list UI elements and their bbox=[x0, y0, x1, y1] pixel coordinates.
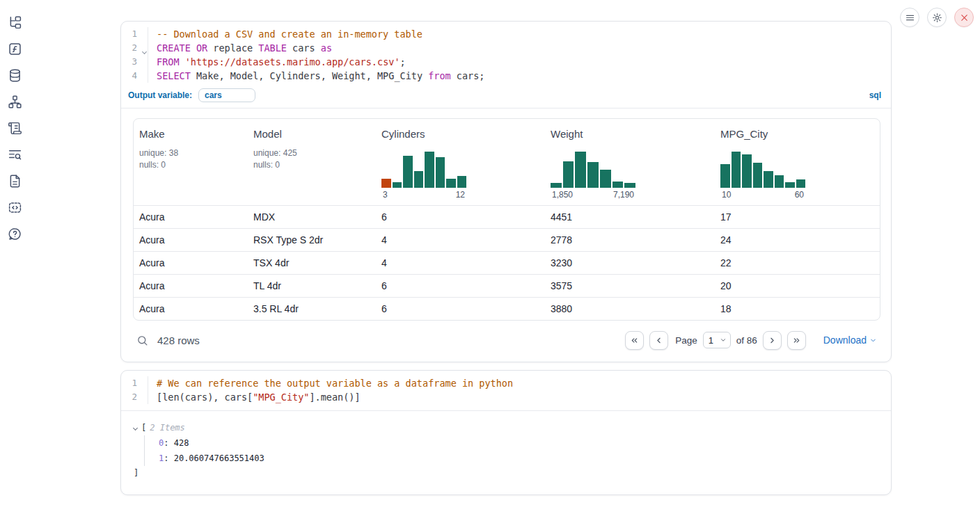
output-variable-input[interactable] bbox=[198, 88, 255, 102]
histogram-bars bbox=[551, 152, 635, 188]
documentation-file-icon[interactable] bbox=[6, 172, 23, 189]
table-cell: 3230 bbox=[545, 251, 715, 274]
first-page-button[interactable] bbox=[625, 331, 644, 350]
code-line[interactable]: 4SELECT Make, Model, Cylinders, Weight, … bbox=[121, 69, 891, 83]
file-explorer-tree-icon[interactable] bbox=[6, 14, 23, 31]
histogram-axis-labels: 312 bbox=[381, 188, 466, 200]
table-cell: 6 bbox=[376, 297, 545, 320]
code-line[interactable]: 3FROM 'https://datasets.marimo.app/cars.… bbox=[121, 55, 891, 69]
collapse-chevron-icon[interactable] bbox=[133, 425, 138, 430]
table-cell: 4451 bbox=[545, 205, 715, 228]
histogram-bar[interactable] bbox=[785, 182, 795, 188]
table-cell: 4 bbox=[376, 251, 545, 274]
previous-page-button[interactable] bbox=[649, 331, 668, 350]
histogram-min-label: 3 bbox=[383, 190, 388, 200]
histogram-bar[interactable] bbox=[403, 156, 413, 187]
output-variable-label: Output variable: bbox=[128, 90, 192, 100]
histogram-bar[interactable] bbox=[775, 175, 784, 187]
histogram-bar[interactable] bbox=[600, 170, 611, 188]
column-header-model[interactable]: Modelunique: 425nulls: 0 bbox=[248, 119, 376, 205]
histogram-bar[interactable] bbox=[436, 157, 445, 188]
column-header-weight[interactable]: Weight1,8507,190 bbox=[545, 119, 715, 205]
table-row[interactable]: AcuraRSX Type S 2dr4277824 bbox=[134, 228, 880, 251]
table-cell: 3.5 RL 4dr bbox=[248, 297, 376, 320]
search-icon[interactable] bbox=[136, 335, 148, 346]
histogram-bar[interactable] bbox=[742, 154, 752, 187]
sql-cell: 1-- Download a CSV and create an in-memo… bbox=[120, 21, 892, 362]
datasources-database-icon[interactable] bbox=[6, 67, 23, 83]
code-text: SELECT Make, Model, Cylinders, Weight, M… bbox=[148, 69, 891, 83]
histogram-bar[interactable] bbox=[587, 162, 599, 188]
line-number: 2 bbox=[121, 390, 148, 404]
column-stats: unique: 38nulls: 0 bbox=[139, 147, 242, 171]
histogram-bar[interactable] bbox=[732, 152, 741, 188]
page-select[interactable]: 1 bbox=[703, 332, 731, 348]
tree-root[interactable]: [ 2 Items bbox=[134, 420, 891, 435]
table-cell: 24 bbox=[715, 228, 880, 251]
language-badge[interactable]: sql bbox=[869, 90, 881, 100]
python-cell: 1# We can reference the output variable … bbox=[120, 370, 892, 495]
table-cell: 6 bbox=[376, 205, 545, 228]
table-cell: Acura bbox=[134, 274, 248, 297]
dependency-graph-icon[interactable] bbox=[6, 93, 23, 110]
table-cell: 18 bbox=[715, 297, 880, 320]
table-row[interactable]: AcuraMDX6445117 bbox=[134, 205, 880, 228]
last-page-button[interactable] bbox=[787, 331, 806, 350]
code-line[interactable]: 2CREATE OR replace TABLE cars as bbox=[121, 41, 891, 55]
column-histogram: 1,8507,190 bbox=[551, 152, 635, 200]
histogram-bar[interactable] bbox=[753, 163, 763, 188]
code-line[interactable]: 2[len(cars), cars["MPG_City"].mean()] bbox=[121, 390, 891, 404]
histogram-bar[interactable] bbox=[624, 183, 635, 188]
code-line[interactable]: 1# We can reference the output variable … bbox=[121, 376, 891, 390]
tree-entry-value: 428 bbox=[174, 438, 189, 448]
histogram-bar[interactable] bbox=[575, 152, 586, 188]
code-text: [len(cars), cars["MPG_City"].mean()] bbox=[148, 390, 891, 404]
output-variable-bar: Output variable: sql bbox=[121, 86, 891, 108]
histogram-bar[interactable] bbox=[393, 182, 402, 188]
variables-function-icon[interactable] bbox=[6, 40, 23, 57]
column-header-mpg_city[interactable]: MPG_City1060 bbox=[715, 119, 880, 205]
table-row[interactable]: AcuraTL 4dr6357520 bbox=[134, 274, 880, 297]
download-button[interactable]: Download bbox=[823, 335, 877, 346]
table-row[interactable]: AcuraTSX 4dr4323022 bbox=[134, 251, 880, 274]
histogram-bar[interactable] bbox=[764, 171, 773, 187]
column-header-cylinders[interactable]: Cylinders312 bbox=[376, 119, 545, 205]
sql-code-editor[interactable]: 1-- Download a CSV and create an in-memo… bbox=[121, 22, 891, 86]
histogram-bar[interactable] bbox=[414, 171, 424, 187]
tree-entry-value: 20.060747663551403 bbox=[174, 453, 264, 463]
logs-search-icon[interactable] bbox=[6, 146, 23, 163]
histogram-bar[interactable] bbox=[551, 183, 562, 187]
scratchpad-scroll-icon[interactable] bbox=[6, 120, 23, 136]
histogram-bar[interactable] bbox=[457, 176, 467, 187]
code-text: # We can reference the output variable a… bbox=[148, 376, 891, 390]
help-chat-icon[interactable] bbox=[6, 225, 23, 242]
code-text: CREATE OR replace TABLE cars as bbox=[148, 41, 891, 55]
column-stats: unique: 425nulls: 0 bbox=[253, 147, 370, 171]
column-title: Cylinders bbox=[381, 128, 539, 140]
column-title: Weight bbox=[551, 128, 709, 140]
histogram-bar[interactable] bbox=[425, 152, 434, 188]
python-code-editor[interactable]: 1# We can reference the output variable … bbox=[121, 371, 891, 411]
snippets-code-icon[interactable] bbox=[6, 199, 23, 216]
column-header-make[interactable]: Makeunique: 38nulls: 0 bbox=[134, 119, 248, 205]
table-row[interactable]: Acura3.5 RL 4dr6388018 bbox=[134, 297, 880, 320]
histogram-bar[interactable] bbox=[796, 179, 806, 187]
column-title: Make bbox=[139, 128, 242, 140]
histogram-bar[interactable] bbox=[612, 182, 624, 188]
histogram-bar[interactable] bbox=[381, 179, 391, 187]
line-number: 4 bbox=[121, 69, 148, 83]
tree-entries: 0: 4281: 20.060747663551403 bbox=[144, 435, 891, 466]
histogram-bar[interactable] bbox=[563, 161, 574, 188]
code-line[interactable]: 1-- Download a CSV and create an in-memo… bbox=[121, 27, 891, 41]
settings-gear-icon[interactable] bbox=[927, 8, 947, 27]
histogram-bar[interactable] bbox=[720, 164, 730, 188]
histogram-bar[interactable] bbox=[446, 179, 456, 187]
histogram-max-label: 12 bbox=[456, 190, 465, 200]
next-page-button[interactable] bbox=[763, 331, 782, 350]
shutdown-close-icon[interactable] bbox=[954, 8, 974, 27]
menu-icon[interactable] bbox=[900, 8, 919, 27]
table-cell: 3880 bbox=[545, 297, 715, 320]
code-text: -- Download a CSV and create an in-memor… bbox=[148, 27, 891, 41]
line-number: 1 bbox=[121, 27, 148, 41]
table-cell: 2778 bbox=[545, 228, 715, 251]
